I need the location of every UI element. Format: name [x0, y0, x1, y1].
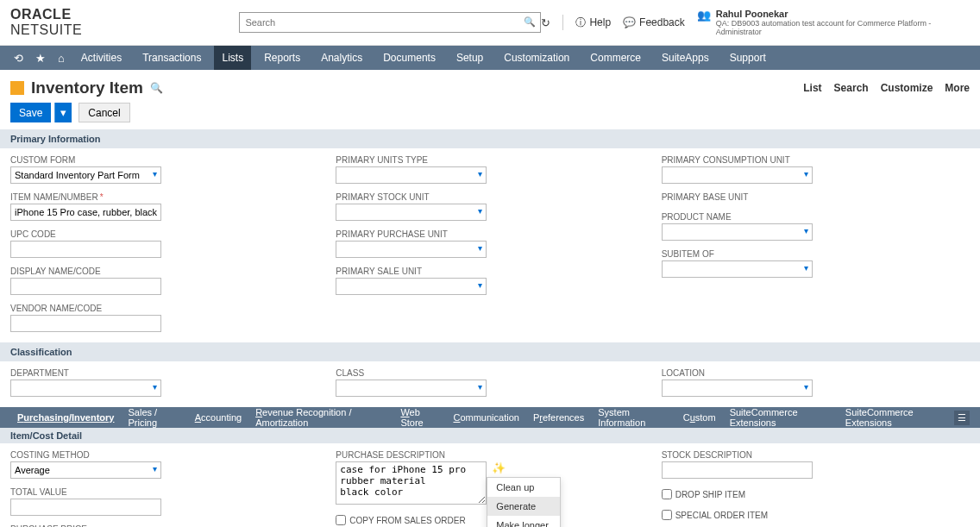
product-name-label: PRODUCT NAME: [662, 212, 970, 222]
tab-accounting[interactable]: Accounting: [188, 408, 248, 427]
search-icon[interactable]: 🔍: [524, 16, 536, 28]
tab-custom[interactable]: Custom: [676, 408, 723, 427]
menu-make-longer[interactable]: Make longer: [487, 516, 560, 527]
user-name: Rahul Poonekar: [716, 9, 970, 19]
home-icon[interactable]: ⌂: [54, 52, 68, 65]
subitem-select[interactable]: [662, 260, 813, 278]
units-type-select[interactable]: [336, 166, 487, 184]
tab-suitecommerce-ext-1[interactable]: SuiteCommerce Extensions: [723, 403, 839, 432]
tab-suitecommerce-ext-2[interactable]: SuiteCommerce Extensions: [839, 403, 954, 432]
sale-unit-select[interactable]: [336, 278, 487, 295]
user-icon[interactable]: 👥: [697, 9, 711, 22]
consumption-unit-label: PRIMARY CONSUMPTION UNIT: [662, 155, 970, 165]
nav-lists[interactable]: Lists: [214, 46, 251, 70]
nav-support[interactable]: Support: [722, 46, 774, 70]
purchase-desc-textarea[interactable]: [336, 461, 487, 505]
section-primary-info: Primary Information: [0, 129, 980, 148]
menu-generate[interactable]: Generate: [487, 497, 560, 516]
tab-communication[interactable]: Communication: [446, 408, 525, 427]
help-link[interactable]: ⓘ Help: [575, 16, 611, 30]
units-type-label: PRIMARY UNITS TYPE: [336, 155, 644, 165]
global-search[interactable]: 🔍: [239, 12, 541, 33]
upc-label: UPC CODE: [10, 229, 318, 239]
copy-from-sales-checkbox[interactable]: [336, 515, 346, 525]
class-label: CLASS: [336, 368, 644, 378]
vendor-name-label: VENDOR NAME/CODE: [10, 304, 318, 313]
action-more[interactable]: More: [945, 82, 970, 94]
tab-sales-pricing[interactable]: Sales / Pricing: [121, 403, 187, 432]
ai-context-menu: Clean up Generate Make longer Make short…: [487, 477, 561, 527]
subtab-bar: Purchasing/Inventory Sales / Pricing Acc…: [0, 407, 980, 428]
nav-customization[interactable]: Customization: [496, 46, 577, 70]
nav-suiteapps[interactable]: SuiteApps: [654, 46, 717, 70]
nav-activities[interactable]: Activities: [73, 46, 129, 70]
purchase-unit-label: PRIMARY PURCHASE UNIT: [336, 229, 644, 239]
department-label: DEPARTMENT: [10, 368, 318, 378]
stock-unit-label: PRIMARY STOCK UNIT: [336, 192, 644, 202]
upc-input[interactable]: [10, 241, 161, 258]
special-order-label: SPECIAL ORDER ITEM: [675, 511, 768, 520]
tab-system-info[interactable]: System Information: [591, 403, 676, 432]
costing-method-label: COSTING METHOD: [10, 450, 318, 460]
display-name-input[interactable]: [10, 278, 161, 295]
purchase-desc-label: PURCHASE DESCRIPTION: [336, 450, 644, 460]
purchase-unit-select[interactable]: [336, 241, 487, 258]
item-name-label: ITEM NAME/NUMBER*: [10, 192, 318, 202]
copy-from-sales-label: COPY FROM SALES ORDER: [349, 516, 465, 525]
tab-preferences[interactable]: Preferences: [526, 408, 591, 427]
logo: ORACLE NETSUITE: [10, 7, 144, 38]
save-button[interactable]: Save: [10, 103, 51, 122]
page-title: Inventory Item: [31, 78, 143, 97]
costing-method-select[interactable]: [10, 461, 161, 479]
page-search-icon[interactable]: 🔍: [150, 82, 163, 94]
custom-form-select[interactable]: [10, 166, 161, 184]
search-input[interactable]: [239, 12, 541, 33]
user-role: QA: DB9003 automation test account for C…: [716, 19, 970, 36]
vendor-name-input[interactable]: [10, 315, 161, 332]
quick-add-icon[interactable]: ↻: [541, 16, 550, 29]
tab-purchasing-inventory[interactable]: Purchasing/Inventory: [10, 408, 121, 427]
tab-menu-icon[interactable]: ☰: [954, 411, 970, 425]
menu-clean-up[interactable]: Clean up: [487, 478, 560, 497]
main-nav: ⟲ ★ ⌂ Activities Transactions Lists Repo…: [0, 46, 980, 70]
location-select[interactable]: [662, 380, 813, 397]
stock-desc-label: STOCK DESCRIPTION: [662, 450, 970, 460]
page-icon: [10, 81, 24, 95]
action-search[interactable]: Search: [834, 82, 869, 94]
product-name-select[interactable]: [662, 223, 813, 241]
section-classification: Classification: [0, 342, 980, 361]
location-label: LOCATION: [662, 368, 970, 378]
tab-revenue[interactable]: Revenue Recognition / Amortization: [248, 403, 393, 432]
consumption-unit-select[interactable]: [662, 166, 813, 184]
recent-icon[interactable]: ⟲: [10, 52, 27, 65]
class-select[interactable]: [336, 380, 487, 397]
stock-desc-input[interactable]: [662, 461, 813, 479]
nav-reports[interactable]: Reports: [256, 46, 308, 70]
tab-web-store[interactable]: Web Store: [393, 403, 446, 432]
stock-unit-select[interactable]: [336, 204, 487, 221]
action-customize[interactable]: Customize: [881, 82, 933, 94]
nav-setup[interactable]: Setup: [449, 46, 491, 70]
drop-ship-checkbox[interactable]: [662, 489, 672, 499]
subitem-label: SUBITEM OF: [662, 249, 970, 259]
nav-transactions[interactable]: Transactions: [135, 46, 209, 70]
save-dropdown[interactable]: ▾: [54, 103, 72, 122]
nav-analytics[interactable]: Analytics: [313, 46, 370, 70]
nav-commerce[interactable]: Commerce: [582, 46, 649, 70]
ai-assist-icon[interactable]: ✨: [492, 461, 506, 474]
display-name-label: DISPLAY NAME/CODE: [10, 267, 318, 276]
special-order-checkbox[interactable]: [662, 510, 672, 520]
item-name-input[interactable]: [10, 204, 161, 221]
total-value-input[interactable]: [10, 499, 161, 516]
cancel-button[interactable]: Cancel: [79, 103, 129, 122]
drop-ship-label: DROP SHIP ITEM: [675, 490, 745, 499]
favorites-icon[interactable]: ★: [32, 52, 49, 65]
custom-form-label: CUSTOM FORM: [10, 155, 318, 165]
action-list[interactable]: List: [803, 82, 821, 94]
feedback-link[interactable]: 💬 Feedback: [623, 16, 685, 28]
total-value-label: TOTAL VALUE: [10, 487, 318, 497]
base-unit-label: PRIMARY BASE UNIT: [662, 192, 970, 202]
department-select[interactable]: [10, 380, 161, 397]
nav-documents[interactable]: Documents: [375, 46, 443, 70]
sale-unit-label: PRIMARY SALE UNIT: [336, 267, 644, 276]
